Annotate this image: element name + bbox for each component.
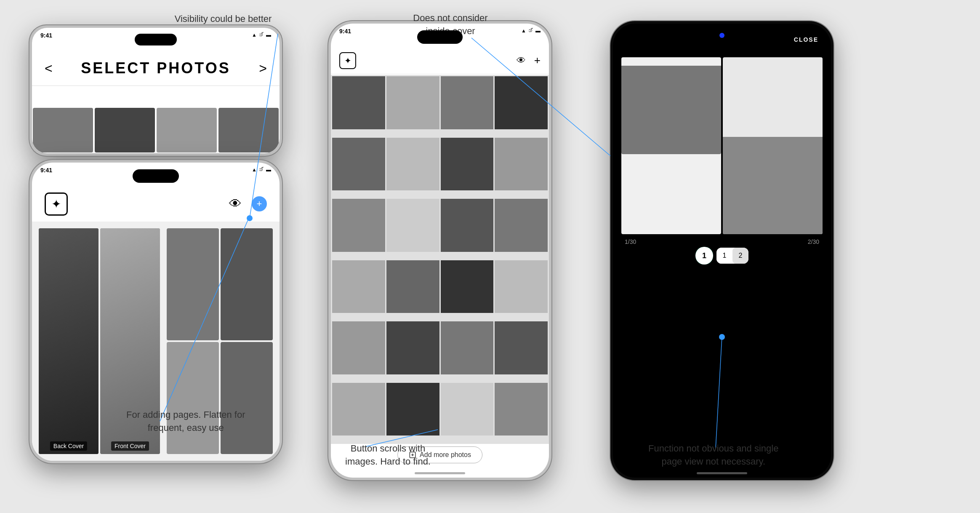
phone1-title: SELECT PHOTOS — [81, 59, 230, 77]
phone1-photo-1[interactable] — [33, 108, 93, 152]
preview-page-right[interactable] — [723, 57, 823, 234]
phone3-home-indicator — [415, 472, 465, 474]
grid-photo-10[interactable] — [386, 199, 439, 252]
phone-select-photos: 9:41 ▲ ᪢ ▬ < SELECT PHOTOS > — [29, 25, 282, 156]
grid-photo-15[interactable] — [441, 260, 494, 313]
inner-page-3[interactable] — [167, 342, 219, 454]
phone1-screen: 9:41 ▲ ᪢ ▬ < SELECT PHOTOS > — [32, 28, 280, 153]
phone1-back-arrow[interactable]: < — [45, 61, 53, 76]
grid-photo-3[interactable] — [441, 76, 494, 129]
page-label-right: 2/30 — [808, 238, 819, 245]
annotation-function-not-obvious: Function not obvious and singlepage view… — [648, 442, 778, 468]
phone3-status-icons: ▲ ᪢ ▬ — [521, 28, 541, 34]
phone3-screen: 9:41 ▲ ᪢ ▬ ✦ 👁 + — [331, 24, 549, 478]
inner-page-2[interactable] — [221, 228, 273, 340]
phone4-screen: CLOSE 1/30 2/30 1 1 2 — [613, 24, 831, 478]
grid-photo-4[interactable] — [495, 76, 548, 129]
grid-photo-16[interactable] — [495, 260, 548, 313]
annotation-adding-pages: For adding pages. Flatten forfrequent, e… — [126, 409, 245, 435]
phone1-status-icons: ▲ ᪢ ▬ — [252, 32, 271, 38]
preview-page-left[interactable] — [621, 57, 721, 234]
grid-photo-22[interactable] — [386, 383, 439, 436]
phone1-dynamic-island — [135, 34, 177, 45]
phone1-photo-3[interactable] — [157, 108, 217, 152]
phone2-dynamic-island — [133, 169, 179, 183]
back-cover-label: Back Cover — [50, 441, 87, 451]
phone2-header-icons: 👁 + — [229, 196, 267, 211]
phone1-header: < SELECT PHOTOS > — [32, 51, 280, 86]
annotation-visibility: Visibility could be better — [175, 13, 272, 26]
phone1-photo-4[interactable] — [218, 108, 279, 152]
spread-page-1[interactable]: 1 — [716, 248, 732, 264]
annotation-button-scrolls: Button scrolls withimages. Hard to find. — [345, 442, 431, 468]
photo-grid — [331, 75, 549, 444]
phone4-close-button[interactable]: CLOSE — [794, 36, 818, 43]
grid-photo-19[interactable] — [441, 321, 494, 374]
grid-photo-6[interactable] — [386, 138, 439, 191]
grid-photo-9[interactable] — [332, 199, 385, 252]
back-cover-page[interactable]: Back Cover — [39, 228, 99, 454]
single-page-btn[interactable]: 1 — [695, 247, 713, 265]
page-view-toggle[interactable]: 1 — [695, 247, 713, 265]
inner-page-1[interactable] — [167, 228, 219, 340]
phone4-home-indicator — [697, 472, 747, 474]
grid-photo-7[interactable] — [441, 138, 494, 191]
single-page-label: 1 — [702, 251, 706, 260]
eye-icon[interactable]: 👁 — [229, 197, 242, 211]
phone1-time: 9:41 — [40, 32, 52, 39]
grid-photo-1[interactable] — [332, 76, 385, 129]
spread-page-2[interactable]: 2 — [732, 248, 748, 264]
front-cover-label: Front Cover — [111, 441, 149, 451]
grid-photo-2[interactable] — [386, 76, 439, 129]
add-button[interactable]: + — [252, 196, 267, 211]
grid-photo-23[interactable] — [441, 383, 494, 436]
phone4-camera — [719, 33, 724, 38]
grid-photo-17[interactable] — [332, 321, 385, 374]
phone1-forward-arrow[interactable]: > — [259, 61, 267, 76]
spread-view-toggle[interactable]: 1 2 — [716, 248, 748, 264]
grid-photo-5[interactable] — [332, 138, 385, 191]
phone3-sparkle-icon[interactable]: ✦ — [339, 52, 356, 69]
grid-photo-18[interactable] — [386, 321, 439, 374]
page-label-left: 1/30 — [625, 238, 636, 245]
phone3-dynamic-island — [417, 30, 463, 44]
phone3-eye-icon[interactable]: 👁 — [517, 55, 526, 66]
phone1-photo-2[interactable] — [95, 108, 155, 152]
phone4-book-preview — [621, 57, 823, 234]
phone3-header: ✦ 👁 + — [331, 47, 549, 74]
phone1-photo-strip — [32, 107, 280, 153]
phone2-time: 9:41 — [40, 167, 52, 174]
grid-photo-13[interactable] — [332, 260, 385, 313]
preview-right-photo — [723, 137, 823, 234]
grid-photo-21[interactable] — [332, 383, 385, 436]
phone2-status-icons: ▲ ᪢ ▬ — [252, 167, 271, 173]
grid-photo-20[interactable] — [495, 321, 548, 374]
grid-photo-11[interactable] — [441, 199, 494, 252]
phone3-header-icons: 👁 + — [517, 54, 541, 67]
sparkle-icon[interactable]: ✦ — [45, 192, 68, 216]
inner-page-4[interactable] — [221, 342, 273, 454]
grid-photo-8[interactable] — [495, 138, 548, 191]
grid-photo-24[interactable] — [495, 383, 548, 436]
phone3-time: 9:41 — [339, 28, 351, 35]
phone-preview: CLOSE 1/30 2/30 1 1 2 — [610, 21, 834, 480]
phone2-header: ✦ 👁 + — [32, 187, 280, 221]
grid-photo-12[interactable] — [495, 199, 548, 252]
phone3-plus-icon[interactable]: + — [534, 54, 541, 67]
grid-photo-14[interactable] — [386, 260, 439, 313]
phone-photo-grid: 9:41 ▲ ᪢ ▬ ✦ 👁 + — [328, 21, 551, 480]
phone4-controls: 1 1 2 — [621, 247, 823, 265]
